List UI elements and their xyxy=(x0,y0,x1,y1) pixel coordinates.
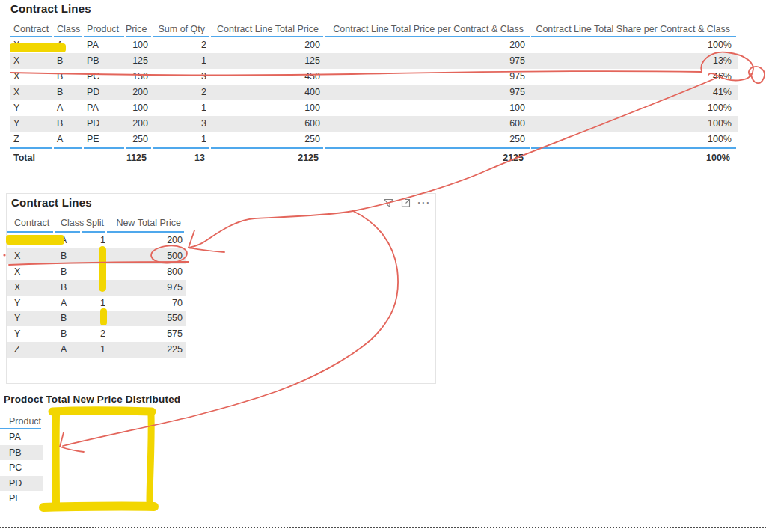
cell-1[interactable]: A xyxy=(54,100,84,116)
cell-2[interactable]: 2 xyxy=(82,326,107,342)
cell-7[interactable]: 100% xyxy=(531,132,738,147)
cell-2[interactable]: PA xyxy=(84,37,126,53)
cell-7[interactable]: 41% xyxy=(531,85,738,100)
cell-3[interactable]: 550 xyxy=(107,311,186,326)
cell-6[interactable]: 250 xyxy=(325,132,531,147)
cell-3[interactable]: 100 xyxy=(126,37,153,53)
cell-1[interactable]: B xyxy=(54,85,84,100)
header-cell-3[interactable]: Price xyxy=(126,19,151,37)
cell-4[interactable]: 3 xyxy=(153,69,211,85)
cell-3[interactable]: 975 xyxy=(107,280,186,296)
cell-3[interactable]: 125 xyxy=(126,53,153,69)
cell-7[interactable]: 13% xyxy=(531,53,738,69)
cell-1[interactable]: B xyxy=(55,248,82,264)
header-cell-5[interactable]: Contract Line Total Price xyxy=(211,19,323,37)
cell-0[interactable]: X xyxy=(7,280,55,296)
cell-2[interactable]: 1 xyxy=(82,248,107,264)
cell-2[interactable]: 1 xyxy=(82,296,107,311)
cell-1[interactable]: B xyxy=(55,326,82,342)
cell-5[interactable]: 250 xyxy=(211,132,325,147)
cell-0[interactable]: X xyxy=(10,69,54,85)
cell-3[interactable]: 200 xyxy=(126,116,153,132)
cell-7[interactable]: 100% xyxy=(531,100,738,116)
cell-4[interactable]: 2 xyxy=(153,37,211,53)
cell-3[interactable]: 150 xyxy=(126,69,153,85)
cell-1[interactable]: A xyxy=(55,342,82,358)
header-cell-0[interactable]: Product xyxy=(0,410,41,429)
cell-5[interactable]: 600 xyxy=(211,116,325,132)
cell-0[interactable]: Z xyxy=(10,132,54,147)
cell-0[interactable]: X xyxy=(7,264,55,280)
cell-2[interactable]: 1 xyxy=(82,342,107,358)
cell-1[interactable]: B xyxy=(54,53,84,69)
cell-0[interactable]: Y xyxy=(7,296,55,311)
cell-6[interactable]: 200 xyxy=(325,37,531,53)
filter-icon[interactable] xyxy=(383,198,393,208)
cell-6[interactable]: 975 xyxy=(325,85,531,100)
cell-0[interactable]: Y xyxy=(10,100,54,116)
cell-3[interactable]: 70 xyxy=(107,296,186,311)
cell-1[interactable]: B xyxy=(54,69,84,85)
cell-1[interactable]: B xyxy=(55,280,82,296)
cell-0[interactable]: PC xyxy=(0,460,43,476)
cell-5[interactable]: 100 xyxy=(211,100,325,116)
cell-2[interactable]: 1 xyxy=(82,233,107,248)
header-cell-0[interactable]: Contract xyxy=(7,215,53,233)
header-cell-1[interactable]: Class xyxy=(54,19,82,37)
cell-0[interactable]: X xyxy=(10,85,54,100)
header-cell-4[interactable]: Sum of Qty xyxy=(153,19,209,37)
visual-contract-lines-split[interactable]: Contract Lines ··· ContractClassSplitNew… xyxy=(6,193,436,384)
cell-5[interactable]: 450 xyxy=(211,69,325,85)
header-cell-0[interactable]: Contract xyxy=(10,19,52,37)
cell-7[interactable]: 100% xyxy=(531,37,738,53)
cell-6[interactable]: 975 xyxy=(325,53,531,69)
cell-3[interactable]: 200 xyxy=(107,233,186,248)
cell-4[interactable]: 1 xyxy=(153,53,211,69)
cell-2[interactable]: PB xyxy=(84,53,126,69)
cell-0[interactable]: PD xyxy=(0,476,43,492)
cell-2[interactable]: 3 xyxy=(82,280,107,296)
cell-4[interactable]: 1 xyxy=(153,132,211,147)
header-cell-1[interactable]: Class xyxy=(55,215,80,233)
cell-3[interactable]: 500 xyxy=(107,248,186,264)
cell-2[interactable]: 1 xyxy=(82,311,107,326)
cell-0[interactable]: Z xyxy=(7,342,55,358)
cell-5[interactable]: 400 xyxy=(211,85,325,100)
cell-2[interactable]: PD xyxy=(84,116,126,132)
cell-3[interactable]: 800 xyxy=(107,264,186,280)
cell-2[interactable]: PE xyxy=(84,132,126,147)
header-cell-7[interactable]: Contract Line Total Share per Contract &… xyxy=(531,19,736,37)
cell-2[interactable]: PD xyxy=(84,85,126,100)
cell-1[interactable]: B xyxy=(54,116,84,132)
cell-4[interactable]: 2 xyxy=(153,85,211,100)
cell-0[interactable]: PB xyxy=(0,445,43,461)
cell-1[interactable]: A xyxy=(55,233,82,248)
cell-3[interactable]: 225 xyxy=(107,342,186,358)
cell-1[interactable]: A xyxy=(54,132,84,147)
cell-0[interactable]: Y xyxy=(7,326,55,342)
cell-1[interactable]: A xyxy=(55,296,82,311)
header-cell-2[interactable]: Split xyxy=(82,215,105,233)
cell-1[interactable]: B xyxy=(55,311,82,326)
cell-1[interactable]: B xyxy=(55,264,82,280)
cell-0[interactable]: PA xyxy=(0,429,43,445)
more-options-icon[interactable]: ··· xyxy=(417,198,431,208)
cell-4[interactable]: 3 xyxy=(153,116,211,132)
cell-3[interactable]: 200 xyxy=(126,85,153,100)
cell-1[interactable]: A xyxy=(54,37,84,53)
cell-3[interactable]: 575 xyxy=(107,326,186,342)
cell-6[interactable]: 975 xyxy=(325,69,531,85)
header-cell-6[interactable]: Contract Line Total Price per Contract &… xyxy=(325,19,530,37)
cell-0[interactable]: X xyxy=(7,248,55,264)
cell-2[interactable]: PA xyxy=(84,100,126,116)
cell-4[interactable]: 1 xyxy=(153,100,211,116)
cell-3[interactable]: 250 xyxy=(126,132,153,147)
cell-0[interactable]: PE xyxy=(0,491,43,507)
cell-7[interactable]: 46% xyxy=(531,69,738,85)
focus-mode-icon[interactable] xyxy=(400,198,411,208)
cell-0[interactable]: X xyxy=(7,233,55,248)
cell-7[interactable]: 100% xyxy=(531,116,738,132)
cell-0[interactable]: X xyxy=(10,53,54,69)
cell-3[interactable]: 100 xyxy=(126,100,153,116)
cell-2[interactable]: 2 xyxy=(82,264,107,280)
